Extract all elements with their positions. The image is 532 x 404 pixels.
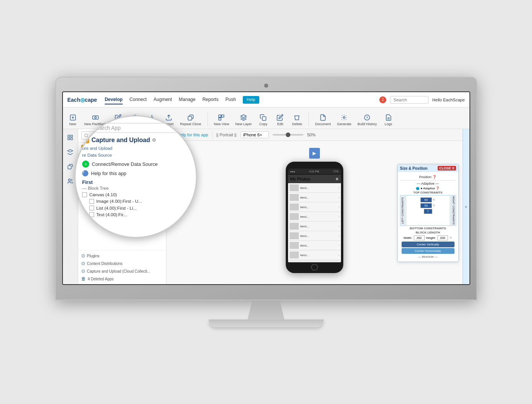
close-button[interactable]: CLOSE X xyxy=(438,166,456,171)
magnifier-content: 🔍 Search App Capture and Upload ⚙ ure an… xyxy=(76,116,197,225)
magnifier-help-action: ? Help for this app xyxy=(82,169,197,178)
mag-tree-canvas-label: Canvas (4.10) xyxy=(89,192,117,197)
mag-chk-list xyxy=(89,205,94,210)
block-length-label: BLOCK LENGTH xyxy=(400,231,456,234)
mid-value-row: ✎ xyxy=(407,203,449,208)
phone-home-button[interactable] xyxy=(311,264,318,271)
hello-text: Hello EachScape xyxy=(432,98,464,102)
toolbar-generate-btn[interactable]: Generate xyxy=(335,113,353,127)
device-selector[interactable]: iPhone 6+ xyxy=(240,131,269,138)
sidebar-icon-users[interactable] xyxy=(65,176,76,187)
absolute-label: — Absolute — xyxy=(400,255,456,258)
phone-item-chevron: › xyxy=(338,244,339,247)
mid-value-input[interactable] xyxy=(420,203,432,208)
notification-badge[interactable]: 2 xyxy=(379,96,386,103)
nav-item-push[interactable]: Push xyxy=(226,95,236,104)
build-history-icon xyxy=(363,113,371,122)
magnifier-configure: ure and Upload xyxy=(82,146,197,151)
phone-header-icon: ⊕ xyxy=(336,177,339,181)
phone-thumb xyxy=(290,223,299,230)
phone-preview: ●●● 4:21 PM 77% My Photos ⊕ xyxy=(286,162,343,273)
zoom-slider[interactable] xyxy=(273,134,303,136)
mag-config-text: ure and Upload xyxy=(82,146,112,151)
phone-item-text: Item1... xyxy=(300,235,309,237)
mag-datasource-text: re Data Source xyxy=(82,152,112,157)
height-input[interactable] xyxy=(437,235,448,240)
toolbar-newview-label: New View xyxy=(214,123,229,126)
center-horizontally-button[interactable]: Center Horizontally xyxy=(402,248,455,254)
toolbar-edit2-btn[interactable]: Edit xyxy=(273,113,287,127)
phone-item-text: Item1... xyxy=(300,215,309,218)
delete2-icon xyxy=(293,113,301,122)
phone-list-item: Item1... › xyxy=(288,241,341,250)
phone-list: Item1... › Item1... › xyxy=(288,183,341,260)
size-panel-title: Size & Position xyxy=(400,166,428,171)
bottom-items: ⊙ Plugins ⊙ Content Distributions ⊙ Capt… xyxy=(78,250,166,284)
nav-item-connect[interactable]: Connect xyxy=(130,95,147,104)
phone-thumb xyxy=(290,194,299,201)
top-value-input[interactable] xyxy=(420,197,432,202)
toolbar-sep-1 xyxy=(208,112,208,127)
toolbar-delete2-btn[interactable]: Delete xyxy=(290,113,304,127)
mag-help-icon: ? xyxy=(82,170,88,176)
mag-search-placeholder: Search App xyxy=(93,125,120,131)
phone-item-text: Item1... xyxy=(300,254,309,257)
toolbar-newlayer-btn[interactable]: New Layer xyxy=(234,113,253,127)
phone-thumb xyxy=(290,252,299,258)
mag-tree-canvas: Canvas (4.10) xyxy=(82,192,197,198)
adaptive-row: ● Adaptive ❓ xyxy=(400,187,456,190)
top-edit-icon[interactable]: ✎ xyxy=(433,198,435,202)
mag-app-icon xyxy=(82,136,89,143)
toolbar-buildhistory-btn[interactable]: Build History xyxy=(356,113,379,127)
wh-edit-icon[interactable]: ✎ xyxy=(450,236,452,240)
phone-screen: My Photos ⊕ Item1... › xyxy=(288,175,341,262)
toolbar-document-btn[interactable]: Document xyxy=(313,113,332,127)
canvas-area: ▶ ●●● 4:21 PM 77% xyxy=(166,141,463,284)
magnifier-plus-action: + Connect/Remove Data Source xyxy=(82,159,197,169)
bottom-distributions[interactable]: ⊙ Content Distributions xyxy=(78,260,166,267)
top-value-row: ✎ xyxy=(407,197,449,202)
play-button[interactable]: ▶ xyxy=(309,148,320,159)
phone-list-item: Item1... › xyxy=(288,183,341,193)
nav-item-help[interactable]: Help xyxy=(243,96,259,104)
bottom-deleted[interactable]: 🗑 4 Deleted Apps xyxy=(78,275,166,283)
main-content-wrapper: ▶ ●●● 4:21 PM 77% xyxy=(166,141,463,284)
plugins-icon: ⊙ xyxy=(81,253,85,258)
svg-rect-9 xyxy=(222,115,224,117)
new-layer-icon xyxy=(239,113,248,122)
monitor-shell: Each◎cape Develop Connect Augment Manage… xyxy=(55,77,477,327)
center-vertically-button[interactable]: Center Vertically xyxy=(402,242,455,247)
sidebar-icon-layers[interactable] xyxy=(65,147,76,157)
bottom-plugins[interactable]: ⊙ Plugins xyxy=(78,252,166,260)
toolbar-newview-btn[interactable]: New View xyxy=(212,113,231,127)
nav-item-manage[interactable]: Manage xyxy=(179,95,195,104)
nav-item-reports[interactable]: Reports xyxy=(203,95,219,104)
nav-search-input[interactable] xyxy=(390,96,428,104)
svg-marker-11 xyxy=(240,115,246,118)
size-position-panel: Size & Position CLOSE X Position ❓ — Ada… xyxy=(397,164,459,262)
bot-value-row xyxy=(407,209,449,214)
height-label: Height: xyxy=(426,236,436,240)
bottom-capture[interactable]: ⊙ Capture and Upload (Cloud Collecti... xyxy=(78,267,166,275)
nav-item-augment[interactable]: Augment xyxy=(153,95,172,104)
toolbar-logs-btn[interactable]: Logs xyxy=(382,113,395,127)
toolbar-separator xyxy=(212,131,212,139)
toolbar-document-label: Document xyxy=(315,123,331,126)
toolbar-copy-label: Copy xyxy=(259,123,267,126)
phone-item-chevron: › xyxy=(338,254,339,257)
sidebar-icon-home[interactable] xyxy=(65,132,76,143)
main-toolbar: ❓ Help for this app || Portrait || iPhon… xyxy=(166,129,463,141)
mid-edit-icon[interactable]: ✎ xyxy=(433,204,435,207)
bot-value-input[interactable] xyxy=(424,209,432,214)
magnifier-block-tree: — Block Tree xyxy=(82,186,197,191)
toolbar-logs-label: Logs xyxy=(385,123,392,126)
toolbar-copy-btn[interactable]: Copy xyxy=(256,113,270,127)
svg-point-13 xyxy=(343,117,345,119)
right-collapse-tab[interactable]: » xyxy=(463,129,469,284)
new-view-icon xyxy=(217,113,226,122)
divider xyxy=(400,180,456,180)
phone-time: 4:21 PM xyxy=(309,170,319,173)
width-input[interactable] xyxy=(414,235,425,240)
nav-item-develop[interactable]: Develop xyxy=(105,95,123,104)
sidebar-icon-blocks[interactable] xyxy=(65,161,76,172)
